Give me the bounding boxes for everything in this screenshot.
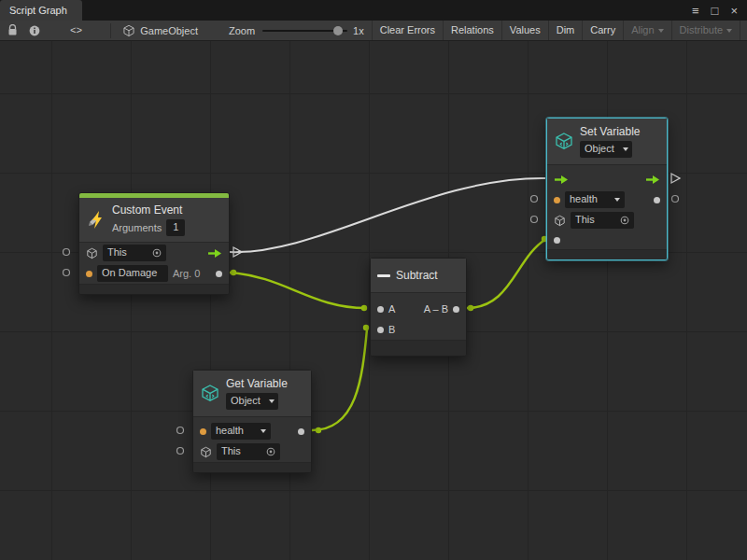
dim-button[interactable]: Dim bbox=[548, 21, 583, 41]
port-ring-setvar-target[interactable] bbox=[531, 217, 538, 223]
node-footer bbox=[79, 284, 229, 294]
node-title: Get Variable bbox=[226, 377, 288, 390]
overview-button[interactable]: Overv bbox=[740, 21, 747, 41]
align-button: Align bbox=[623, 21, 670, 41]
wire-subtract-to-setvar[interactable] bbox=[467, 239, 546, 308]
toolbar-separator bbox=[110, 23, 111, 38]
variable-icon bbox=[200, 384, 220, 404]
flow-input-port[interactable] bbox=[554, 175, 569, 185]
zoom-slider-knob[interactable] bbox=[333, 26, 343, 35]
distribute-label: Distribute bbox=[680, 24, 723, 35]
node-footer bbox=[371, 340, 466, 356]
flow-output-port[interactable] bbox=[645, 175, 660, 185]
chevron-down-icon bbox=[614, 198, 620, 202]
tab-script-graph[interactable]: Script Graph bbox=[0, 0, 82, 21]
kind-value: Object bbox=[231, 395, 261, 407]
graph-toolbar: <> GameObject Zoom 1x Clear Errors Relat… bbox=[0, 21, 747, 41]
subtract-row-a: A A – B bbox=[371, 299, 466, 319]
variable-kind-dropdown[interactable]: Object bbox=[226, 393, 278, 409]
node-custom-event[interactable]: Custom Event Arguments 1 This bbox=[78, 192, 230, 295]
node-footer bbox=[193, 462, 311, 472]
wire-endpoint bbox=[363, 325, 369, 330]
subtract-icon bbox=[377, 274, 390, 277]
wire-getvar-to-subtract-b[interactable] bbox=[312, 329, 367, 430]
gameobject-label: GameObject bbox=[140, 25, 198, 36]
value-output-port[interactable] bbox=[654, 197, 660, 203]
set-variable-header[interactable]: Set Variable Object bbox=[547, 119, 667, 165]
input-a-port[interactable] bbox=[377, 306, 384, 313]
variable-name-port[interactable] bbox=[554, 197, 560, 203]
object-picker-icon[interactable] bbox=[152, 248, 162, 258]
port-ring-customevent-target[interactable] bbox=[63, 249, 70, 256]
target-row: This bbox=[547, 210, 667, 231]
value-output-port[interactable] bbox=[298, 428, 304, 435]
variable-name-port[interactable] bbox=[200, 428, 206, 435]
arguments-input[interactable]: 1 bbox=[166, 219, 185, 235]
lock-icon[interactable] bbox=[7, 24, 18, 36]
event-name-value: On Damage bbox=[102, 267, 157, 279]
target-field[interactable]: This bbox=[571, 212, 634, 228]
chevron-down-icon bbox=[658, 29, 664, 33]
carry-button[interactable]: Carry bbox=[582, 21, 623, 41]
setvar-flow-out-marker-icon[interactable] bbox=[671, 174, 680, 183]
variable-icon bbox=[554, 132, 574, 152]
variable-name-dropdown[interactable]: health bbox=[211, 423, 271, 439]
port-ring-setvar-name[interactable] bbox=[531, 196, 538, 203]
event-name-port[interactable] bbox=[86, 271, 92, 277]
input-b-port[interactable] bbox=[377, 327, 384, 333]
wire-endpoint bbox=[231, 270, 236, 275]
graph-canvas[interactable]: Custom Event Arguments 1 This bbox=[0, 41, 747, 560]
target-value: This bbox=[221, 445, 241, 457]
variable-kind-dropdown[interactable]: Object bbox=[580, 141, 632, 157]
node-title: Custom Event bbox=[112, 203, 185, 217]
target-field[interactable]: This bbox=[217, 443, 280, 459]
chevron-down-icon bbox=[623, 147, 628, 151]
close-icon[interactable]: × bbox=[730, 4, 738, 18]
maximize-icon[interactable]: □ bbox=[712, 4, 719, 18]
port-ring-getvar-target[interactable] bbox=[177, 448, 184, 455]
menu-icon[interactable]: ≡ bbox=[692, 4, 699, 18]
flow-output-port[interactable] bbox=[207, 248, 222, 259]
node-set-variable[interactable]: Set Variable Object bbox=[546, 118, 668, 260]
port-ring-setvar-output[interactable] bbox=[672, 196, 679, 203]
wire-arg0-to-subtract-a[interactable] bbox=[230, 273, 366, 308]
relations-button[interactable]: Relations bbox=[443, 21, 501, 41]
values-button[interactable]: Values bbox=[501, 21, 548, 41]
gameobject-icon bbox=[122, 24, 135, 37]
wire-flow-event-to-setvar[interactable] bbox=[230, 178, 545, 252]
variable-name-dropdown[interactable]: health bbox=[565, 191, 625, 207]
value-input-port[interactable] bbox=[554, 237, 560, 244]
info-icon[interactable] bbox=[29, 25, 40, 36]
target-field[interactable]: This bbox=[103, 245, 166, 260]
arg0-output-port[interactable] bbox=[216, 271, 222, 277]
zoom-slider[interactable] bbox=[262, 30, 347, 32]
node-subtract[interactable]: Subtract A A – B B bbox=[370, 258, 467, 357]
arg0-label: Arg. 0 bbox=[173, 268, 200, 279]
kind-value: Object bbox=[585, 143, 614, 155]
input-a-label: A bbox=[388, 303, 395, 315]
wire-endpoint bbox=[361, 305, 367, 311]
custom-event-header[interactable]: Custom Event Arguments 1 bbox=[79, 198, 229, 243]
subtract-row-b: B bbox=[371, 319, 466, 340]
object-picker-icon[interactable] bbox=[266, 447, 275, 456]
custom-event-icon bbox=[86, 210, 106, 231]
input-b-label: B bbox=[388, 324, 395, 335]
get-variable-header[interactable]: Get Variable Object bbox=[193, 371, 311, 417]
gameobject-icon bbox=[554, 215, 566, 227]
wire-endpoint bbox=[316, 427, 321, 433]
code-icon[interactable]: <> bbox=[70, 25, 82, 36]
window-tab-bar: Script Graph ≡ □ × bbox=[0, 0, 747, 21]
flow-row bbox=[547, 169, 667, 189]
output-port[interactable] bbox=[453, 306, 459, 313]
clear-errors-button[interactable]: Clear Errors bbox=[372, 21, 443, 41]
subtract-header[interactable]: Subtract bbox=[371, 259, 466, 293]
wire-endpoint bbox=[468, 305, 473, 311]
chevron-down-icon bbox=[269, 399, 275, 403]
distribute-button: Distribute bbox=[671, 21, 740, 41]
port-ring-customevent-name[interactable] bbox=[63, 270, 70, 276]
object-picker-icon[interactable] bbox=[620, 216, 629, 225]
port-ring-getvar-name[interactable] bbox=[177, 427, 184, 434]
event-name-field[interactable]: On Damage bbox=[97, 265, 168, 281]
target-row: This bbox=[193, 441, 311, 462]
node-get-variable[interactable]: Get Variable Object health bbox=[192, 370, 312, 473]
